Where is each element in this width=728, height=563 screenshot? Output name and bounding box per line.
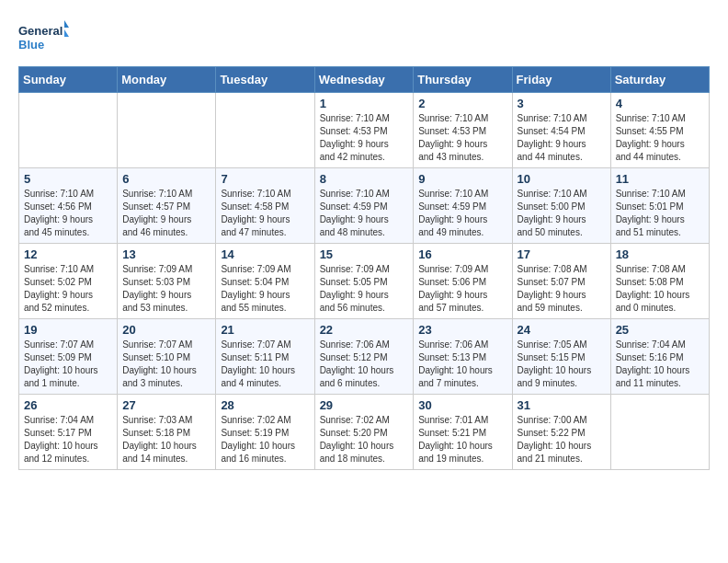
calendar-table: SundayMondayTuesdayWednesdayThursdayFrid… <box>18 66 710 470</box>
header-saturday: Saturday <box>610 67 709 93</box>
header-wednesday: Wednesday <box>314 67 414 93</box>
day-number: 12 <box>24 247 112 261</box>
day-info: Sunrise: 7:09 AMSunset: 5:03 PMDaylight:… <box>122 263 210 315</box>
calendar-cell: 10Sunrise: 7:10 AMSunset: 5:00 PMDayligh… <box>512 168 610 244</box>
day-number: 15 <box>320 247 409 261</box>
day-info: Sunrise: 7:09 AMSunset: 5:05 PMDaylight:… <box>320 263 409 315</box>
calendar-cell: 20Sunrise: 7:07 AMSunset: 5:10 PMDayligh… <box>118 319 216 395</box>
calendar-cell <box>19 93 118 168</box>
calendar-cell: 6Sunrise: 7:10 AMSunset: 4:57 PMDaylight… <box>118 168 216 244</box>
day-info: Sunrise: 7:06 AMSunset: 5:12 PMDaylight:… <box>320 339 409 390</box>
calendar-cell: 8Sunrise: 7:10 AMSunset: 4:59 PMDaylight… <box>314 168 414 244</box>
calendar-header-row: SundayMondayTuesdayWednesdayThursdayFrid… <box>19 67 710 93</box>
calendar-cell: 21Sunrise: 7:07 AMSunset: 5:11 PMDayligh… <box>216 319 314 395</box>
day-info: Sunrise: 7:03 AMSunset: 5:18 PMDaylight:… <box>122 414 210 465</box>
calendar-cell: 26Sunrise: 7:04 AMSunset: 5:17 PMDayligh… <box>19 395 118 470</box>
day-number: 7 <box>221 172 309 186</box>
day-info: Sunrise: 7:10 AMSunset: 5:01 PMDaylight:… <box>616 188 704 239</box>
calendar-cell: 18Sunrise: 7:08 AMSunset: 5:08 PMDayligh… <box>610 244 709 319</box>
calendar-cell: 22Sunrise: 7:06 AMSunset: 5:12 PMDayligh… <box>314 319 414 395</box>
calendar-cell: 17Sunrise: 7:08 AMSunset: 5:07 PMDayligh… <box>512 244 610 319</box>
day-number: 4 <box>616 97 704 110</box>
calendar-cell: 25Sunrise: 7:04 AMSunset: 5:16 PMDayligh… <box>610 319 709 395</box>
day-info: Sunrise: 7:07 AMSunset: 5:11 PMDaylight:… <box>221 339 309 390</box>
week-row-4: 19Sunrise: 7:07 AMSunset: 5:09 PMDayligh… <box>19 319 710 395</box>
day-number: 29 <box>320 398 409 412</box>
day-info: Sunrise: 7:10 AMSunset: 4:54 PMDaylight:… <box>518 112 606 164</box>
svg-marker-3 <box>64 29 69 37</box>
day-number: 11 <box>616 172 704 186</box>
day-number: 9 <box>418 172 506 186</box>
day-info: Sunrise: 7:07 AMSunset: 5:09 PMDaylight:… <box>24 339 112 390</box>
day-info: Sunrise: 7:10 AMSunset: 4:53 PMDaylight:… <box>418 112 506 164</box>
day-info: Sunrise: 7:10 AMSunset: 4:59 PMDaylight:… <box>418 188 506 239</box>
day-info: Sunrise: 7:10 AMSunset: 5:00 PMDaylight:… <box>518 188 606 239</box>
calendar-cell: 28Sunrise: 7:02 AMSunset: 5:19 PMDayligh… <box>216 395 314 470</box>
header-friday: Friday <box>512 67 610 93</box>
day-number: 1 <box>320 97 409 110</box>
day-info: Sunrise: 7:04 AMSunset: 5:16 PMDaylight:… <box>616 339 704 390</box>
day-number: 8 <box>320 172 409 186</box>
calendar-cell <box>118 93 216 168</box>
day-number: 25 <box>616 323 704 337</box>
week-row-2: 5Sunrise: 7:10 AMSunset: 4:56 PMDaylight… <box>19 168 710 244</box>
day-info: Sunrise: 7:05 AMSunset: 5:15 PMDaylight:… <box>518 339 606 390</box>
day-number: 19 <box>24 323 112 337</box>
week-row-3: 12Sunrise: 7:10 AMSunset: 5:02 PMDayligh… <box>19 244 710 319</box>
day-info: Sunrise: 7:04 AMSunset: 5:17 PMDaylight:… <box>24 414 112 465</box>
day-info: Sunrise: 7:09 AMSunset: 5:04 PMDaylight:… <box>221 263 309 315</box>
calendar-cell: 31Sunrise: 7:00 AMSunset: 5:22 PMDayligh… <box>512 395 610 470</box>
calendar-cell: 14Sunrise: 7:09 AMSunset: 5:04 PMDayligh… <box>216 244 314 319</box>
day-number: 5 <box>24 172 112 186</box>
calendar-cell <box>216 93 314 168</box>
day-number: 30 <box>418 398 506 412</box>
calendar-cell: 7Sunrise: 7:10 AMSunset: 4:58 PMDaylight… <box>216 168 314 244</box>
day-number: 6 <box>122 172 210 186</box>
day-number: 28 <box>221 398 309 412</box>
day-number: 16 <box>418 247 506 261</box>
week-row-5: 26Sunrise: 7:04 AMSunset: 5:17 PMDayligh… <box>19 395 710 470</box>
calendar-cell: 24Sunrise: 7:05 AMSunset: 5:15 PMDayligh… <box>512 319 610 395</box>
day-info: Sunrise: 7:02 AMSunset: 5:19 PMDaylight:… <box>221 414 309 465</box>
calendar-cell: 29Sunrise: 7:02 AMSunset: 5:20 PMDayligh… <box>314 395 414 470</box>
calendar-cell: 5Sunrise: 7:10 AMSunset: 4:56 PMDaylight… <box>19 168 118 244</box>
svg-text:Blue: Blue <box>18 38 44 52</box>
calendar-cell <box>610 395 709 470</box>
calendar-cell: 16Sunrise: 7:09 AMSunset: 5:06 PMDayligh… <box>414 244 512 319</box>
day-number: 21 <box>221 323 309 337</box>
header-monday: Monday <box>118 67 216 93</box>
calendar-cell: 2Sunrise: 7:10 AMSunset: 4:53 PMDaylight… <box>414 93 512 168</box>
header-tuesday: Tuesday <box>216 67 314 93</box>
svg-text:General: General <box>18 24 63 38</box>
calendar-cell: 3Sunrise: 7:10 AMSunset: 4:54 PMDaylight… <box>512 93 610 168</box>
day-info: Sunrise: 7:08 AMSunset: 5:07 PMDaylight:… <box>518 263 606 315</box>
week-row-1: 1Sunrise: 7:10 AMSunset: 4:53 PMDaylight… <box>19 93 710 168</box>
day-info: Sunrise: 7:10 AMSunset: 4:55 PMDaylight:… <box>616 112 704 164</box>
calendar-cell: 13Sunrise: 7:09 AMSunset: 5:03 PMDayligh… <box>118 244 216 319</box>
day-number: 2 <box>418 97 506 110</box>
calendar-cell: 27Sunrise: 7:03 AMSunset: 5:18 PMDayligh… <box>118 395 216 470</box>
svg-marker-2 <box>64 20 69 28</box>
day-info: Sunrise: 7:00 AMSunset: 5:22 PMDaylight:… <box>518 414 606 465</box>
day-number: 3 <box>518 97 606 110</box>
day-info: Sunrise: 7:07 AMSunset: 5:10 PMDaylight:… <box>122 339 210 390</box>
logo-svg: General Blue <box>18 18 69 57</box>
calendar-cell: 1Sunrise: 7:10 AMSunset: 4:53 PMDaylight… <box>314 93 414 168</box>
calendar-cell: 19Sunrise: 7:07 AMSunset: 5:09 PMDayligh… <box>19 319 118 395</box>
day-number: 27 <box>122 398 210 412</box>
day-info: Sunrise: 7:06 AMSunset: 5:13 PMDaylight:… <box>418 339 506 390</box>
calendar-body: 1Sunrise: 7:10 AMSunset: 4:53 PMDaylight… <box>19 93 710 470</box>
calendar-cell: 15Sunrise: 7:09 AMSunset: 5:05 PMDayligh… <box>314 244 414 319</box>
calendar-cell: 12Sunrise: 7:10 AMSunset: 5:02 PMDayligh… <box>19 244 118 319</box>
day-number: 13 <box>122 247 210 261</box>
calendar-cell: 9Sunrise: 7:10 AMSunset: 4:59 PMDaylight… <box>414 168 512 244</box>
calendar-cell: 11Sunrise: 7:10 AMSunset: 5:01 PMDayligh… <box>610 168 709 244</box>
day-number: 18 <box>616 247 704 261</box>
day-info: Sunrise: 7:09 AMSunset: 5:06 PMDaylight:… <box>418 263 506 315</box>
day-info: Sunrise: 7:02 AMSunset: 5:20 PMDaylight:… <box>320 414 409 465</box>
calendar-cell: 30Sunrise: 7:01 AMSunset: 5:21 PMDayligh… <box>414 395 512 470</box>
header-sunday: Sunday <box>19 67 118 93</box>
day-number: 14 <box>221 247 309 261</box>
logo: General Blue <box>18 18 69 57</box>
day-info: Sunrise: 7:10 AMSunset: 4:58 PMDaylight:… <box>221 188 309 239</box>
